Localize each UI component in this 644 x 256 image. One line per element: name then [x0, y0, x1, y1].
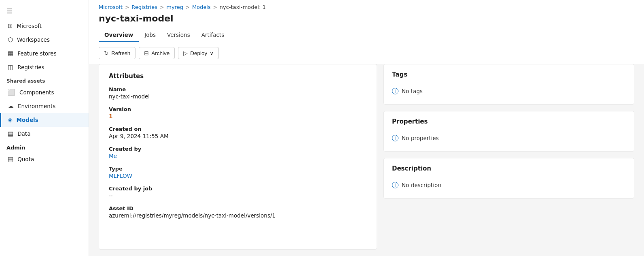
attr-name-label: Name: [109, 86, 367, 92]
tab-overview[interactable]: Overview: [99, 28, 139, 42]
attr-created-by-job-value: --: [109, 192, 367, 199]
deploy-label: Deploy: [190, 50, 207, 56]
refresh-label: Refresh: [111, 50, 130, 56]
tags-title: Tags: [392, 71, 626, 78]
microsoft-icon: ⊞: [8, 22, 13, 30]
tags-empty-row: i No tags: [392, 85, 626, 98]
models-icon: ◈: [8, 116, 13, 124]
sidebar-label-environments: Environments: [18, 103, 55, 109]
shared-assets-label: Shared assets: [0, 74, 89, 85]
attr-type: Type MLFLOW: [109, 166, 367, 179]
properties-empty-label: No properties: [402, 135, 439, 141]
sidebar-item-feature-stores[interactable]: ▦ Feature stores: [0, 47, 89, 60]
breadcrumb-sep-3: >: [186, 4, 190, 10]
properties-card: Properties i No properties: [383, 111, 634, 151]
attr-created-by-value: Me: [109, 153, 367, 159]
attr-created-on-value: Apr 9, 2024 11:55 AM: [109, 133, 367, 139]
components-icon: ⬜: [8, 89, 15, 96]
data-icon: ▤: [8, 130, 13, 137]
admin-label: Admin: [0, 141, 89, 152]
breadcrumb-registries[interactable]: Registries: [131, 4, 157, 10]
breadcrumb-current: nyc-taxi-model: 1: [220, 4, 266, 10]
breadcrumb-sep-2: >: [160, 4, 164, 10]
sidebar: ☰ ⊞ Microsoft ⬡ Workspaces ▦ Feature sto…: [0, 0, 89, 256]
tags-info-icon: i: [392, 88, 398, 94]
archive-icon: ⊟: [144, 50, 149, 56]
feature-stores-icon: ▦: [8, 50, 13, 57]
tab-versions[interactable]: Versions: [161, 28, 196, 42]
properties-info-icon: i: [392, 135, 398, 141]
quota-icon: ▤: [8, 156, 13, 163]
tags-card: Tags i No tags: [383, 64, 634, 105]
attr-type-label: Type: [109, 166, 367, 172]
sidebar-item-components[interactable]: ⬜ Components: [0, 85, 89, 99]
tabs-bar: Overview Jobs Versions Artifacts: [89, 23, 644, 42]
tab-artifacts[interactable]: Artifacts: [196, 28, 230, 42]
hamburger-button[interactable]: ☰: [0, 3, 89, 19]
attr-asset-id-value: azureml://registries/myreg/models/nyc-ta…: [109, 212, 367, 219]
attr-asset-id: Asset ID azureml://registries/myreg/mode…: [109, 205, 367, 219]
attr-created-by: Created by Me: [109, 146, 367, 159]
description-empty-row: i No description: [392, 179, 626, 192]
workspaces-icon: ⬡: [8, 36, 13, 43]
sidebar-label-quota: Quota: [17, 156, 34, 162]
breadcrumb: Microsoft > Registries > myreg > Models …: [89, 0, 644, 12]
environments-icon: ☁: [8, 102, 14, 110]
refresh-icon: ↻: [104, 50, 109, 56]
main-content: Microsoft > Registries > myreg > Models …: [89, 0, 644, 256]
sidebar-item-workspaces[interactable]: ⬡ Workspaces: [0, 33, 89, 47]
sidebar-item-quota[interactable]: ▤ Quota: [0, 152, 89, 166]
sidebar-label-components: Components: [19, 89, 54, 96]
content-area: Attributes Name nyc-taxi-model Version 1…: [89, 64, 644, 256]
deploy-chevron-icon: ∨: [210, 50, 214, 56]
hamburger-icon: ☰: [6, 7, 12, 15]
attr-version-value: 1: [109, 113, 367, 119]
breadcrumb-models[interactable]: Models: [192, 4, 211, 10]
sidebar-label-feature-stores: Feature stores: [17, 50, 56, 57]
side-cards: Tags i No tags Properties i No propertie…: [383, 64, 634, 250]
description-empty-label: No description: [402, 182, 441, 188]
tab-jobs[interactable]: Jobs: [139, 28, 161, 42]
attr-name-value: nyc-taxi-model: [109, 93, 367, 100]
sidebar-label-registries: Registries: [17, 64, 44, 70]
description-card: Description i No description: [383, 158, 634, 198]
sidebar-item-data[interactable]: ▤ Data: [0, 127, 89, 141]
attr-created-by-label: Created by: [109, 146, 367, 152]
sidebar-item-environments[interactable]: ☁ Environments: [0, 99, 89, 113]
sidebar-item-microsoft[interactable]: ⊞ Microsoft: [0, 19, 89, 33]
archive-label: Archive: [151, 50, 169, 56]
attr-created-by-job-label: Created by job: [109, 186, 367, 192]
sidebar-label-models: Models: [17, 117, 38, 123]
sidebar-item-models[interactable]: ◈ Models: [0, 113, 89, 127]
breadcrumb-microsoft[interactable]: Microsoft: [99, 4, 123, 10]
attr-version-label: Version: [109, 106, 367, 112]
breadcrumb-sep-4: >: [213, 4, 217, 10]
sidebar-label-data: Data: [17, 130, 30, 137]
sidebar-label-microsoft: Microsoft: [17, 23, 42, 29]
sidebar-label-workspaces: Workspaces: [17, 36, 50, 43]
deploy-button[interactable]: ▷ Deploy ∨: [178, 47, 219, 59]
toolbar: ↻ Refresh ⊟ Archive ▷ Deploy ∨: [89, 42, 644, 64]
attributes-card: Attributes Name nyc-taxi-model Version 1…: [99, 64, 377, 250]
description-info-icon: i: [392, 182, 398, 188]
properties-empty-row: i No properties: [392, 132, 626, 145]
deploy-icon: ▷: [183, 50, 188, 56]
archive-button[interactable]: ⊟ Archive: [139, 47, 175, 59]
registries-icon: ◫: [8, 64, 13, 71]
properties-title: Properties: [392, 118, 626, 125]
attr-asset-id-label: Asset ID: [109, 205, 367, 211]
sidebar-item-registries[interactable]: ◫ Registries: [0, 60, 89, 74]
attr-created-by-job: Created by job --: [109, 186, 367, 199]
tags-empty-label: No tags: [402, 88, 423, 94]
refresh-button[interactable]: ↻ Refresh: [99, 47, 136, 59]
breadcrumb-sep-1: >: [125, 4, 129, 10]
attr-type-value: MLFLOW: [109, 173, 367, 179]
breadcrumb-myreg[interactable]: myreg: [166, 4, 183, 10]
attr-name: Name nyc-taxi-model: [109, 86, 367, 100]
attr-version: Version 1: [109, 106, 367, 119]
attr-created-on-label: Created on: [109, 126, 367, 132]
attr-created-on: Created on Apr 9, 2024 11:55 AM: [109, 126, 367, 139]
attributes-title: Attributes: [109, 73, 367, 80]
page-title: nyc-taxi-model: [89, 12, 644, 23]
description-title: Description: [392, 165, 626, 172]
